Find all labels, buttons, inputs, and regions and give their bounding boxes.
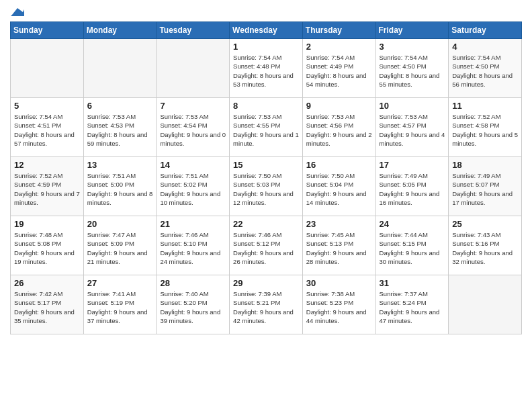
weekday-header: Thursday xyxy=(302,22,375,39)
calendar-cell: 11Sunrise: 7:52 AMSunset: 4:58 PMDayligh… xyxy=(449,98,522,157)
calendar-cell: 12Sunrise: 7:52 AMSunset: 4:59 PMDayligh… xyxy=(11,157,84,216)
day-number: 8 xyxy=(233,101,299,111)
calendar-week-row: 19Sunrise: 7:48 AMSunset: 5:08 PMDayligh… xyxy=(11,216,522,275)
day-info: Sunrise: 7:45 AMSunset: 5:13 PMDaylight:… xyxy=(306,230,372,266)
day-number: 23 xyxy=(306,219,372,229)
day-number: 30 xyxy=(306,278,372,288)
calendar-cell: 15Sunrise: 7:50 AMSunset: 5:03 PMDayligh… xyxy=(230,157,303,216)
day-number: 18 xyxy=(452,160,518,170)
svg-marker-0 xyxy=(11,8,24,16)
calendar-cell: 17Sunrise: 7:49 AMSunset: 5:05 PMDayligh… xyxy=(375,157,449,216)
day-info: Sunrise: 7:50 AMSunset: 5:03 PMDaylight:… xyxy=(233,171,299,207)
day-info: Sunrise: 7:40 AMSunset: 5:20 PMDaylight:… xyxy=(160,289,226,325)
day-info: Sunrise: 7:46 AMSunset: 5:12 PMDaylight:… xyxy=(233,230,299,266)
day-info: Sunrise: 7:53 AMSunset: 4:55 PMDaylight:… xyxy=(233,112,299,148)
day-number: 28 xyxy=(160,278,226,288)
weekday-header: Monday xyxy=(83,22,157,39)
day-info: Sunrise: 7:52 AMSunset: 4:59 PMDaylight:… xyxy=(14,171,80,207)
calendar-cell: 28Sunrise: 7:40 AMSunset: 5:20 PMDayligh… xyxy=(157,275,230,334)
calendar-cell: 23Sunrise: 7:45 AMSunset: 5:13 PMDayligh… xyxy=(302,216,375,275)
day-info: Sunrise: 7:38 AMSunset: 5:23 PMDaylight:… xyxy=(306,289,372,325)
calendar-cell: 14Sunrise: 7:51 AMSunset: 5:02 PMDayligh… xyxy=(157,157,230,216)
day-info: Sunrise: 7:53 AMSunset: 4:56 PMDaylight:… xyxy=(306,112,372,148)
calendar-cell: 31Sunrise: 7:37 AMSunset: 5:24 PMDayligh… xyxy=(375,275,449,334)
day-number: 19 xyxy=(14,219,80,229)
day-info: Sunrise: 7:53 AMSunset: 4:57 PMDaylight:… xyxy=(380,112,445,148)
weekday-header: Wednesday xyxy=(230,22,303,39)
day-info: Sunrise: 7:39 AMSunset: 5:21 PMDaylight:… xyxy=(233,289,299,325)
calendar-cell: 13Sunrise: 7:51 AMSunset: 5:00 PMDayligh… xyxy=(83,157,157,216)
logo-icon xyxy=(11,7,24,16)
calendar-cell: 16Sunrise: 7:50 AMSunset: 5:04 PMDayligh… xyxy=(302,157,375,216)
day-info: Sunrise: 7:43 AMSunset: 5:16 PMDaylight:… xyxy=(452,230,518,266)
day-number: 21 xyxy=(160,219,226,229)
day-number: 4 xyxy=(452,42,518,52)
page-header xyxy=(10,7,522,16)
day-info: Sunrise: 7:51 AMSunset: 5:02 PMDaylight:… xyxy=(160,171,226,207)
day-info: Sunrise: 7:42 AMSunset: 5:17 PMDaylight:… xyxy=(14,289,80,325)
day-number: 9 xyxy=(306,101,372,111)
calendar-cell: 6Sunrise: 7:53 AMSunset: 4:53 PMDaylight… xyxy=(83,98,157,157)
day-info: Sunrise: 7:54 AMSunset: 4:50 PMDaylight:… xyxy=(380,53,445,89)
day-info: Sunrise: 7:53 AMSunset: 4:53 PMDaylight:… xyxy=(87,112,153,148)
day-number: 27 xyxy=(87,278,153,288)
day-info: Sunrise: 7:46 AMSunset: 5:10 PMDaylight:… xyxy=(160,230,226,266)
day-info: Sunrise: 7:53 AMSunset: 4:54 PMDaylight:… xyxy=(160,112,226,148)
day-info: Sunrise: 7:49 AMSunset: 5:07 PMDaylight:… xyxy=(452,171,518,207)
calendar-cell xyxy=(157,39,230,98)
calendar-cell xyxy=(449,275,522,334)
calendar-cell: 30Sunrise: 7:38 AMSunset: 5:23 PMDayligh… xyxy=(302,275,375,334)
day-number: 7 xyxy=(160,101,226,111)
calendar-cell: 4Sunrise: 7:54 AMSunset: 4:50 PMDaylight… xyxy=(449,39,522,98)
day-number: 22 xyxy=(233,219,299,229)
day-number: 13 xyxy=(87,160,153,170)
day-number: 17 xyxy=(380,160,445,170)
calendar-cell: 7Sunrise: 7:53 AMSunset: 4:54 PMDaylight… xyxy=(157,98,230,157)
calendar-week-row: 5Sunrise: 7:54 AMSunset: 4:51 PMDaylight… xyxy=(11,98,522,157)
calendar-week-row: 26Sunrise: 7:42 AMSunset: 5:17 PMDayligh… xyxy=(11,275,522,334)
day-number: 29 xyxy=(233,278,299,288)
weekday-header: Tuesday xyxy=(157,22,230,39)
day-number: 10 xyxy=(380,101,445,111)
calendar-cell xyxy=(11,39,84,98)
day-info: Sunrise: 7:54 AMSunset: 4:48 PMDaylight:… xyxy=(233,53,299,89)
day-info: Sunrise: 7:37 AMSunset: 5:24 PMDaylight:… xyxy=(380,289,445,325)
day-info: Sunrise: 7:54 AMSunset: 4:49 PMDaylight:… xyxy=(306,53,372,89)
day-number: 31 xyxy=(380,278,445,288)
day-info: Sunrise: 7:44 AMSunset: 5:15 PMDaylight:… xyxy=(380,230,445,266)
logo xyxy=(10,7,24,16)
weekday-header: Saturday xyxy=(449,22,522,39)
day-info: Sunrise: 7:41 AMSunset: 5:19 PMDaylight:… xyxy=(87,289,153,325)
day-number: 1 xyxy=(233,42,299,52)
calendar-cell: 10Sunrise: 7:53 AMSunset: 4:57 PMDayligh… xyxy=(375,98,449,157)
day-number: 25 xyxy=(452,219,518,229)
calendar-cell: 3Sunrise: 7:54 AMSunset: 4:50 PMDaylight… xyxy=(375,39,449,98)
day-info: Sunrise: 7:54 AMSunset: 4:50 PMDaylight:… xyxy=(452,53,518,89)
day-number: 14 xyxy=(160,160,226,170)
day-info: Sunrise: 7:49 AMSunset: 5:05 PMDaylight:… xyxy=(380,171,445,207)
day-info: Sunrise: 7:51 AMSunset: 5:00 PMDaylight:… xyxy=(87,171,153,207)
day-info: Sunrise: 7:54 AMSunset: 4:51 PMDaylight:… xyxy=(14,112,80,148)
day-info: Sunrise: 7:50 AMSunset: 5:04 PMDaylight:… xyxy=(306,171,372,207)
day-number: 6 xyxy=(87,101,153,111)
calendar-cell: 8Sunrise: 7:53 AMSunset: 4:55 PMDaylight… xyxy=(230,98,303,157)
calendar-cell: 20Sunrise: 7:47 AMSunset: 5:09 PMDayligh… xyxy=(83,216,157,275)
day-number: 16 xyxy=(306,160,372,170)
calendar-cell: 21Sunrise: 7:46 AMSunset: 5:10 PMDayligh… xyxy=(157,216,230,275)
calendar-cell: 25Sunrise: 7:43 AMSunset: 5:16 PMDayligh… xyxy=(449,216,522,275)
day-info: Sunrise: 7:48 AMSunset: 5:08 PMDaylight:… xyxy=(14,230,80,266)
calendar-cell: 19Sunrise: 7:48 AMSunset: 5:08 PMDayligh… xyxy=(11,216,84,275)
day-number: 12 xyxy=(14,160,80,170)
calendar-table: SundayMondayTuesdayWednesdayThursdayFrid… xyxy=(10,21,522,334)
day-info: Sunrise: 7:52 AMSunset: 4:58 PMDaylight:… xyxy=(452,112,518,148)
day-number: 15 xyxy=(233,160,299,170)
day-number: 5 xyxy=(14,101,80,111)
calendar-cell: 5Sunrise: 7:54 AMSunset: 4:51 PMDaylight… xyxy=(11,98,84,157)
calendar-cell: 9Sunrise: 7:53 AMSunset: 4:56 PMDaylight… xyxy=(302,98,375,157)
calendar-cell: 27Sunrise: 7:41 AMSunset: 5:19 PMDayligh… xyxy=(83,275,157,334)
calendar-cell: 29Sunrise: 7:39 AMSunset: 5:21 PMDayligh… xyxy=(230,275,303,334)
weekday-header: Friday xyxy=(375,22,449,39)
day-number: 2 xyxy=(306,42,372,52)
weekday-header-row: SundayMondayTuesdayWednesdayThursdayFrid… xyxy=(11,22,522,39)
calendar-cell: 26Sunrise: 7:42 AMSunset: 5:17 PMDayligh… xyxy=(11,275,84,334)
